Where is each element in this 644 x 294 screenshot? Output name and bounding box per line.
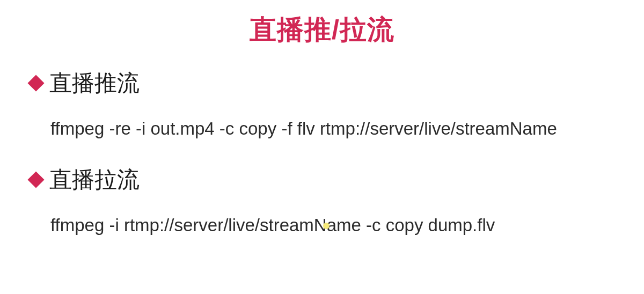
slide-title: 直播推/拉流 — [0, 0, 644, 53]
diamond-icon — [27, 75, 44, 91]
section-header: 直播拉流 — [30, 165, 623, 195]
decorative-dot — [323, 223, 330, 229]
section-label: 直播推流 — [49, 68, 140, 98]
diamond-icon — [27, 171, 44, 188]
section-label: 直播拉流 — [49, 165, 140, 195]
slide-content: 直播推流 ffmpeg -re -i out.mp4 -c copy -f fl… — [0, 53, 644, 236]
section-push-stream: 直播推流 ffmpeg -re -i out.mp4 -c copy -f fl… — [30, 68, 623, 139]
command-text: ffmpeg -re -i out.mp4 -c copy -f flv rtm… — [30, 119, 623, 139]
section-header: 直播推流 — [30, 68, 623, 98]
